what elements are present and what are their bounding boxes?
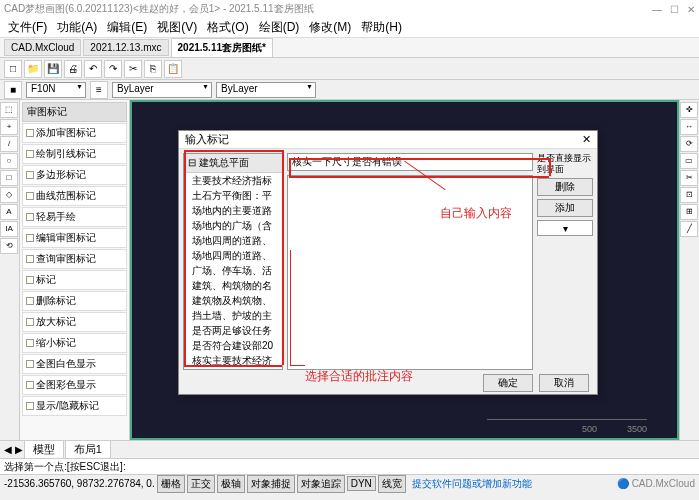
panel-item[interactable]: 全图彩色显示	[22, 375, 127, 395]
status-ortho[interactable]: 正交	[187, 475, 215, 493]
tool-icon[interactable]: ╱	[680, 221, 698, 237]
panel-item[interactable]: 删除标记	[22, 291, 127, 311]
minimize-icon[interactable]: —	[652, 4, 662, 15]
linetype-select[interactable]: ByLayer	[112, 82, 212, 98]
add-button[interactable]: 添加	[537, 199, 593, 217]
panel-item[interactable]: 曲线范围标记	[22, 186, 127, 206]
color-icon[interactable]: ■	[4, 81, 22, 99]
tree-panel[interactable]: ⊟ 建筑总平面 主要技术经济指标土石方平衡图：平场地内的主要道路场地内的广场（含…	[183, 153, 283, 370]
tree-item[interactable]: 场地四周的道路、	[184, 233, 282, 248]
tool-icon[interactable]: ⬚	[0, 102, 18, 118]
status-lweight[interactable]: 线宽	[378, 475, 406, 493]
menubar: 文件(F) 功能(A) 编辑(E) 视图(V) 格式(O) 绘图(D) 修改(M…	[0, 18, 699, 38]
tree-item[interactable]: 是否符合建设部20	[184, 338, 282, 353]
coordinates: -21536.365760, 98732.276784, 0.	[4, 478, 155, 489]
tool-icon[interactable]: ○	[0, 153, 18, 169]
menu-draw[interactable]: 绘图(D)	[255, 17, 304, 38]
tool-icon[interactable]: ⊡	[680, 187, 698, 203]
tree-item[interactable]: 是否两足够设任务	[184, 323, 282, 338]
tool-icon[interactable]: A	[0, 204, 18, 220]
tree-item[interactable]: 场地四周的道路、	[184, 248, 282, 263]
tree-item[interactable]: 核实总平面图是否	[184, 368, 282, 370]
undo-icon[interactable]: ↶	[84, 60, 102, 78]
cancel-button[interactable]: 取消	[539, 374, 589, 392]
panel-item[interactable]: 绘制引线标记	[22, 144, 127, 164]
side-panel: 审图标记 添加审图标记 绘制引线标记 多边形标记 曲线范围标记 轻易手绘 编辑审…	[20, 100, 130, 440]
menu-modify[interactable]: 修改(M)	[305, 17, 355, 38]
status-otrack[interactable]: 对象追踪	[297, 475, 345, 493]
menu-file[interactable]: 文件(F)	[4, 17, 51, 38]
panel-item[interactable]: 查询审图标记	[22, 249, 127, 269]
model-tab[interactable]: 模型	[24, 440, 64, 459]
tool-icon[interactable]: ✂	[680, 170, 698, 186]
menu-edit[interactable]: 编辑(E)	[103, 17, 151, 38]
tool-icon[interactable]: ⟲	[0, 238, 18, 254]
tool-icon[interactable]: □	[0, 170, 18, 186]
tool-icon[interactable]: ⟳	[680, 136, 698, 152]
close-icon[interactable]: ✕	[687, 4, 695, 15]
copy-icon[interactable]: ⎘	[144, 60, 162, 78]
tree-item[interactable]: 场地内的主要道路	[184, 203, 282, 218]
tool-icon[interactable]: ⊞	[680, 204, 698, 220]
panel-item[interactable]: 标记	[22, 270, 127, 290]
tool-icon[interactable]: /	[0, 136, 18, 152]
tool-icon[interactable]: ✜	[680, 102, 698, 118]
panel-item[interactable]: 全图白色显示	[22, 354, 127, 374]
paste-icon[interactable]: 📋	[164, 60, 182, 78]
print-icon[interactable]: 🖨	[64, 60, 82, 78]
panel-item[interactable]: 显示/隐藏标记	[22, 396, 127, 416]
dialog-title: 输入标记	[185, 132, 229, 147]
mark-input[interactable]	[287, 153, 533, 171]
tree-item[interactable]: 主要技术经济指标	[184, 173, 282, 188]
panel-item[interactable]: 缩小标记	[22, 333, 127, 353]
panel-item[interactable]: 添加审图标记	[22, 123, 127, 143]
open-icon[interactable]: 📁	[24, 60, 42, 78]
delete-button[interactable]: 删除	[537, 178, 593, 196]
tree-item[interactable]: 建筑物及构筑物、	[184, 293, 282, 308]
tool-icon[interactable]: ▭	[680, 153, 698, 169]
new-icon[interactable]: □	[4, 60, 22, 78]
doc-tab[interactable]: CAD.MxCloud	[4, 39, 81, 56]
menu-view[interactable]: 视图(V)	[153, 17, 201, 38]
lineweight-select[interactable]: ByLayer	[216, 82, 316, 98]
toolbar-main: □ 📁 💾 🖨 ↶ ↷ ✂ ⎘ 📋	[0, 58, 699, 80]
menu-help[interactable]: 帮助(H)	[357, 17, 406, 38]
panel-item[interactable]: 编辑审图标记	[22, 228, 127, 248]
input-mark-dialog: 输入标记 ✕ ⊟ 建筑总平面 主要技术经济指标土石方平衡图：平场地内的主要道路场…	[178, 130, 598, 395]
property-row: ■ F10N ≡ ByLayer ByLayer	[0, 80, 699, 100]
tool-icon[interactable]: ◇	[0, 187, 18, 203]
tool-icon[interactable]: ↔	[680, 119, 698, 135]
cut-icon[interactable]: ✂	[124, 60, 142, 78]
panel-item[interactable]: 轻易手绘	[22, 207, 127, 227]
tool-icon[interactable]: IA	[0, 221, 18, 237]
status-osnap[interactable]: 对象捕捉	[247, 475, 295, 493]
menu-format[interactable]: 格式(O)	[203, 17, 252, 38]
command-line[interactable]: 选择第一个点:[按ESC退出]:	[0, 458, 699, 474]
redo-icon[interactable]: ↷	[104, 60, 122, 78]
dropdown[interactable]: ▾	[537, 220, 593, 236]
doc-tab-active[interactable]: 2021.5.11套房图纸*	[171, 38, 273, 58]
tree-item[interactable]: 场地内的广场（含	[184, 218, 282, 233]
tree-item[interactable]: 广场、停车场、活	[184, 263, 282, 278]
layout-tab[interactable]: 布局1	[65, 440, 111, 459]
status-grid[interactable]: 栅格	[157, 475, 185, 493]
tree-item[interactable]: 建筑、构筑物的名	[184, 278, 282, 293]
layer-select[interactable]: F10N	[26, 82, 86, 98]
panel-item[interactable]: 放大标记	[22, 312, 127, 332]
status-dyn[interactable]: DYN	[347, 476, 376, 491]
save-icon[interactable]: 💾	[44, 60, 62, 78]
dialog-close-icon[interactable]: ✕	[582, 133, 591, 146]
tree-item[interactable]: 挡土墙、护坡的主	[184, 308, 282, 323]
status-polar[interactable]: 极轴	[217, 475, 245, 493]
tree-item[interactable]: 土石方平衡图：平	[184, 188, 282, 203]
feedback-link[interactable]: 提交软件问题或增加新功能	[412, 477, 532, 491]
tree-root[interactable]: ⊟ 建筑总平面	[184, 154, 282, 173]
panel-item[interactable]: 多边形标记	[22, 165, 127, 185]
doc-tab[interactable]: 2021.12.13.mxc	[83, 39, 168, 56]
menu-func[interactable]: 功能(A)	[53, 17, 101, 38]
layer-icon[interactable]: ≡	[90, 81, 108, 99]
annotation: 自己输入内容	[440, 205, 512, 222]
ok-button[interactable]: 确定	[483, 374, 533, 392]
maximize-icon[interactable]: ☐	[670, 4, 679, 15]
tool-icon[interactable]: +	[0, 119, 18, 135]
